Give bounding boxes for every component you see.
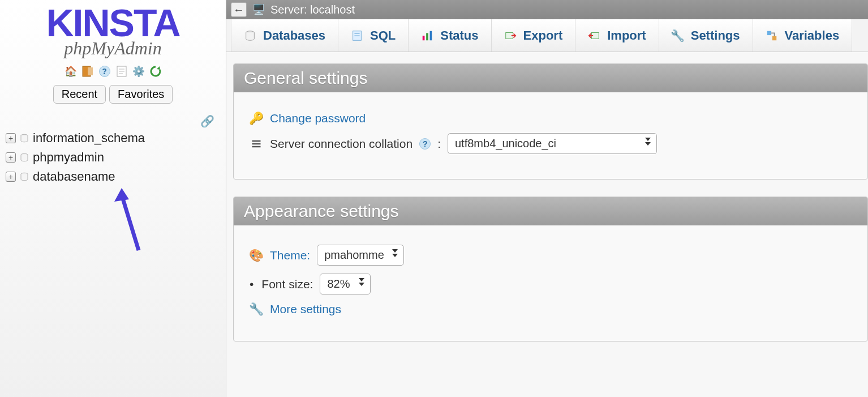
help-icon[interactable]: ?: [98, 65, 111, 78]
tab-variables[interactable]: Variables: [753, 19, 853, 52]
expand-icon[interactable]: +: [6, 133, 16, 143]
database-icon: [19, 133, 29, 143]
help-icon[interactable]: ?: [419, 138, 431, 150]
more-settings-row: 🔧 More settings: [250, 302, 852, 316]
sidebar-mini-icons: 🏠 ? ⚙️: [64, 65, 162, 78]
panel-title: General settings: [234, 64, 867, 92]
change-password-row: 🔑 Change password: [250, 112, 852, 125]
collation-label: Server connection collation: [270, 137, 412, 151]
logo-area: KInSTa phpMyAdmin: [0, 0, 226, 59]
status-icon: [421, 29, 433, 42]
svg-rect-16: [426, 33, 428, 40]
change-password-link[interactable]: Change password: [270, 112, 366, 125]
variables-icon: [766, 29, 778, 42]
theme-label[interactable]: Theme:: [270, 249, 310, 262]
recent-tab[interactable]: Recent: [53, 85, 106, 104]
tree-item-label: phpmyadmin: [33, 150, 104, 165]
font-size-select[interactable]: 82%: [320, 274, 371, 294]
lock-icon: 🔑: [250, 112, 263, 125]
tab-label: Variables: [785, 28, 840, 43]
tab-export[interactable]: Export: [492, 19, 576, 52]
tab-label: Status: [440, 28, 478, 43]
svg-rect-20: [767, 31, 771, 35]
gear-icon[interactable]: ⚙️: [132, 65, 145, 78]
panels-area: General settings 🔑 Change password Serve…: [226, 52, 868, 358]
reload-icon[interactable]: [149, 65, 162, 78]
collation-select[interactable]: utf8mb4_unicode_ci: [448, 133, 657, 154]
theme-row: 🎨 Theme: pmahomme: [250, 245, 852, 266]
sql-icon: [351, 29, 363, 42]
theme-select[interactable]: pmahomme: [317, 245, 404, 266]
tab-sql[interactable]: SQL: [338, 19, 409, 52]
colon: :: [437, 137, 441, 151]
database-icon: [19, 172, 29, 182]
tab-databases[interactable]: Databases: [231, 19, 338, 52]
tree-item-label: databasename: [33, 169, 115, 184]
import-icon: [588, 29, 600, 42]
svg-rect-17: [430, 31, 432, 40]
svg-rect-1: [88, 67, 93, 75]
favorites-tab[interactable]: Favorites: [109, 85, 173, 104]
general-settings-panel: General settings 🔑 Change password Serve…: [233, 63, 868, 180]
home-icon[interactable]: 🏠: [64, 65, 78, 78]
panel-title: Appearance settings: [234, 197, 867, 225]
nav-tabs: Databases SQL Status Export: [226, 19, 868, 52]
server-icon: 🖥️: [252, 3, 265, 16]
tab-label: Settings: [691, 28, 740, 43]
tab-label: SQL: [370, 28, 396, 43]
expand-icon[interactable]: +: [6, 152, 16, 163]
sidebar: KInSTa phpMyAdmin 🏠 ? ⚙️ Recent Favorite…: [0, 0, 226, 397]
tree-item-label: information_schema: [33, 131, 145, 146]
tab-import[interactable]: Import: [575, 19, 659, 52]
tab-label: Export: [523, 28, 563, 43]
font-size-row: Font size: 82%: [250, 274, 852, 294]
database-icon: [244, 29, 256, 42]
export-icon: [504, 29, 517, 42]
expand-icon[interactable]: +: [6, 172, 16, 182]
tab-label: Import: [607, 28, 646, 43]
svg-rect-21: [772, 36, 776, 40]
collation-row: Server connection collation ? : utf8mb4_…: [250, 133, 852, 154]
collation-value: utf8mb4_unicode_ci: [455, 137, 556, 150]
more-settings-link[interactable]: More settings: [270, 302, 341, 316]
tree-item-phpmyadmin[interactable]: + phpmyadmin: [5, 148, 220, 167]
wrench-icon: 🔧: [250, 302, 263, 316]
appearance-settings-panel: Appearance settings 🎨 Theme: pmahomme Fo…: [233, 197, 868, 341]
theme-value: pmahomme: [324, 249, 384, 261]
main-content: ← 🖥️ Server: localhost Databases SQL: [226, 0, 868, 397]
tree-item-databasename[interactable]: + databasename: [5, 167, 220, 186]
svg-rect-15: [423, 36, 425, 40]
link-icon[interactable]: 🔗: [200, 114, 214, 128]
svg-line-9: [122, 195, 139, 250]
tab-label: Databases: [263, 28, 325, 43]
back-button[interactable]: ←: [231, 2, 247, 17]
database-tree: + information_schema + phpmyadmin + data…: [0, 129, 226, 186]
database-icon: [19, 152, 29, 163]
kinsta-logo: KInSTa: [11, 6, 214, 40]
font-size-value: 82%: [327, 278, 350, 290]
sql-doc-icon[interactable]: [115, 65, 128, 78]
annotation-arrow-icon: [113, 188, 153, 256]
phpmyadmin-subtitle: phpMyAdmin: [11, 38, 214, 59]
sidebar-tabs: Recent Favorites: [53, 85, 173, 104]
top-bar: ← 🖥️ Server: localhost: [226, 0, 868, 19]
font-size-label: Font size:: [250, 278, 313, 291]
tab-status[interactable]: Status: [409, 19, 491, 52]
tab-settings[interactable]: 🔧 Settings: [659, 19, 753, 52]
palette-icon: 🎨: [250, 249, 263, 262]
svg-marker-10: [114, 188, 129, 202]
exit-icon[interactable]: [81, 65, 94, 78]
tree-item-info-schema[interactable]: + information_schema: [5, 129, 220, 148]
list-icon: [250, 137, 263, 151]
wrench-icon: 🔧: [672, 29, 684, 42]
server-label: Server: localhost: [270, 3, 355, 16]
